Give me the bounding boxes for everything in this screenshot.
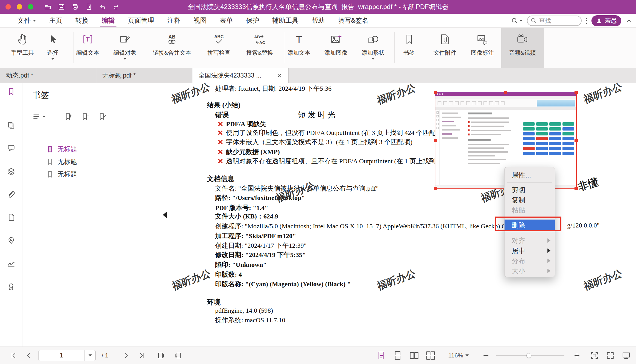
attachments-panel-icon[interactable] (7, 190, 15, 198)
menu-form[interactable]: 表单 (213, 14, 239, 27)
menu-home[interactable]: 主页 (43, 14, 69, 27)
ribbon-audio-video-button[interactable]: 音频&视频 (509, 31, 536, 57)
zoom-window-button[interactable] (28, 4, 33, 10)
selection-handle[interactable] (575, 91, 578, 94)
export-icon[interactable] (85, 3, 92, 10)
zoom-in-button[interactable] (573, 352, 581, 359)
mini-photo (537, 100, 575, 106)
fullscreen-button[interactable] (606, 351, 614, 360)
last-page-button[interactable] (138, 352, 145, 359)
single-page-view-button[interactable] (377, 351, 386, 360)
ribbon-add-text-button[interactable]: T 添加文本 (288, 31, 310, 57)
bookmark-item[interactable]: 无标题 (46, 144, 77, 155)
menu-accessibility[interactable]: 辅助工具 (266, 14, 305, 27)
file-panel-icon[interactable] (7, 213, 15, 221)
user-account-button[interactable]: 若愚 (591, 15, 621, 26)
page-thumbnails-icon[interactable] (7, 121, 15, 129)
facing-view-button[interactable] (409, 351, 419, 360)
ribbon-add-shape-button[interactable]: 添加形状 (362, 31, 385, 60)
continuous-view-button[interactable] (393, 351, 402, 360)
next-page-button[interactable] (122, 352, 130, 359)
bookmark-item[interactable]: 无标题 (46, 156, 77, 167)
print-icon[interactable] (72, 3, 79, 10)
fit-page-button[interactable] (590, 351, 599, 360)
presentation-mode-button[interactable] (622, 351, 630, 360)
add-bookmark-button[interactable] (65, 113, 72, 120)
bookmark-item[interactable]: 无标题 (46, 169, 77, 180)
chevron-down-icon (124, 58, 126, 60)
ribbon-bookmark-button[interactable]: 书签 (403, 31, 415, 57)
edit-bookmark-button[interactable] (98, 113, 106, 120)
selection-handle[interactable] (434, 139, 437, 142)
chevron-down-icon (51, 58, 54, 60)
selection-handle[interactable] (434, 91, 437, 94)
previous-page-button[interactable] (25, 352, 32, 359)
ribbon-image-annotation-button[interactable]: 图像标注 (471, 31, 494, 57)
context-copy[interactable]: 复制 (505, 195, 555, 205)
selection-handle[interactable] (575, 139, 578, 142)
collapse-ribbon-icon[interactable] (626, 17, 632, 24)
zoom-level-dropdown[interactable]: 116% (448, 352, 469, 359)
menu-page-management[interactable]: 页面管理 (121, 14, 161, 27)
find-search-box[interactable] (527, 16, 582, 26)
selection-handle[interactable] (434, 187, 437, 190)
menu-comment[interactable]: 注释 (161, 14, 187, 27)
open-file-icon[interactable] (44, 3, 51, 10)
ribbon-spell-check-button[interactable]: ABC 拼写检查 (207, 31, 230, 57)
menu-help[interactable]: 帮助 (305, 14, 331, 27)
collapse-panel-handle[interactable] (163, 211, 167, 218)
layers-panel-icon[interactable] (7, 167, 15, 175)
page-number-input[interactable] (39, 352, 84, 359)
save-icon[interactable] (58, 3, 65, 10)
ribbon-file-attachment-button[interactable]: 文件附件 (433, 31, 456, 57)
doc-info-line: 陷印: "Unknown" (215, 260, 267, 269)
tab-untitled-pdf[interactable]: 无标题.pdf * (96, 68, 192, 83)
comments-panel-icon[interactable] (7, 144, 15, 152)
first-page-button[interactable] (10, 352, 17, 359)
ribbon-search-replace-button[interactable]: ABAC 搜索&替换 (246, 31, 273, 57)
ribbon-edit-object-button[interactable]: 编辑对象 (113, 31, 136, 60)
undo-icon[interactable] (99, 3, 106, 10)
signatures-panel-icon[interactable] (7, 259, 15, 268)
selection-handle[interactable] (504, 91, 507, 94)
page-number-box[interactable] (38, 350, 96, 361)
ribbon-add-image-button[interactable]: 添加图像 (324, 31, 347, 57)
selection-handle[interactable] (575, 187, 578, 190)
error-item: 透明对象不存在透明度组项、且不存在 PDF/A OutputIntent (在 … (217, 157, 455, 165)
tab-active-document[interactable]: 全国法院失4233333 ... (192, 68, 289, 83)
facing-continuous-view-button[interactable] (426, 351, 435, 360)
bookmarks-panel-icon[interactable] (7, 87, 15, 96)
menu-convert[interactable]: 转换 (69, 14, 95, 27)
ribbon-select-button[interactable]: 选择 (46, 31, 59, 60)
zoom-slider-thumb[interactable] (526, 353, 531, 358)
menu-fill-sign[interactable]: 填写&签名 (331, 14, 375, 27)
delete-bookmark-button[interactable] (81, 113, 89, 120)
more-options-icon[interactable] (586, 18, 587, 24)
ribbon-edit-text-button[interactable]: T 编辑文本 (76, 31, 99, 57)
next-view-button[interactable] (174, 352, 182, 359)
menu-edit[interactable]: 编辑 (95, 14, 121, 27)
close-tab-icon[interactable] (276, 73, 282, 79)
stamps-panel-icon[interactable] (7, 283, 15, 291)
context-center[interactable]: 居中 (505, 245, 555, 256)
redo-icon[interactable] (113, 3, 120, 10)
destinations-panel-icon[interactable] (7, 236, 15, 244)
ribbon-hand-tool-button[interactable]: 手型工具 (11, 31, 34, 57)
previous-view-button[interactable] (157, 352, 165, 359)
tab-dongtai-pdf[interactable]: 动态.pdf * (0, 68, 96, 83)
bookmark-options-button[interactable] (33, 113, 46, 120)
menu-view[interactable]: 视图 (187, 14, 213, 27)
menu-protect[interactable]: 保护 (239, 14, 266, 27)
overlay-title: 短发时光 (298, 110, 337, 120)
advanced-search-icon[interactable] (511, 17, 523, 24)
context-cut[interactable]: 剪切 (505, 185, 555, 195)
minimize-window-button[interactable] (17, 4, 22, 10)
zoom-out-button[interactable] (482, 352, 490, 359)
context-properties[interactable]: 属性... (505, 170, 555, 180)
search-input[interactable] (539, 17, 575, 24)
mini-tabbar (435, 107, 576, 110)
ribbon-link-join-text-button[interactable]: AB 链接&合并文本 (153, 31, 191, 57)
close-window-button[interactable] (5, 4, 11, 10)
menu-file[interactable]: 文件 (11, 14, 43, 27)
page-dropdown-button[interactable] (84, 350, 95, 361)
